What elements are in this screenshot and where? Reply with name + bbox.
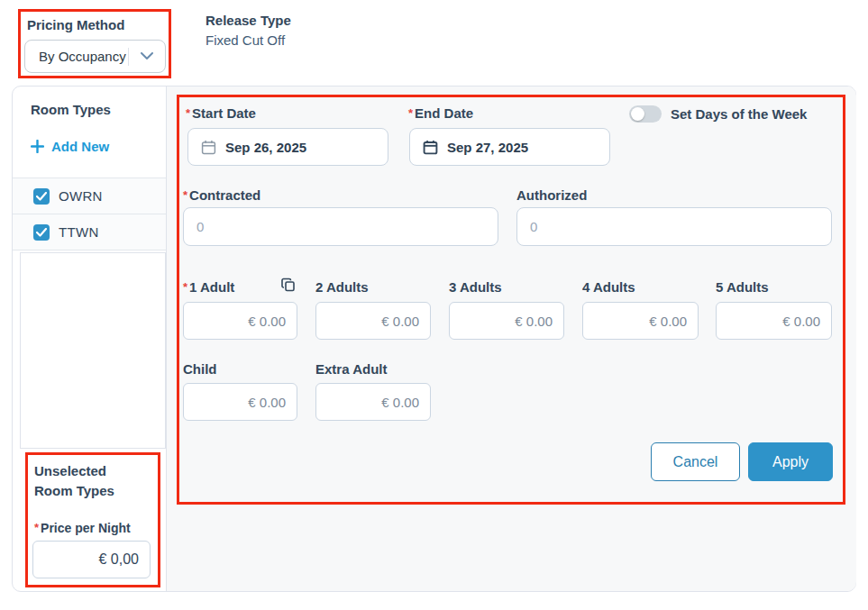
required-asterisk bbox=[183, 187, 189, 203]
plus-icon bbox=[31, 140, 44, 153]
contracted-input[interactable] bbox=[183, 207, 498, 246]
authorized-input[interactable] bbox=[516, 207, 832, 246]
room-types-sidebar: Room Types Add New OWRN TTWN Unselected … bbox=[13, 86, 166, 591]
authorized-label: Authorized bbox=[516, 187, 587, 203]
add-new-room-type-button[interactable]: Add New bbox=[31, 139, 109, 154]
apply-button[interactable]: Apply bbox=[748, 442, 833, 481]
adults-5-price-input[interactable] bbox=[716, 302, 832, 340]
adults-4-label: 4 Adults bbox=[582, 279, 635, 295]
adults-2-label: 2 Adults bbox=[315, 279, 369, 295]
checkbox-checked-icon[interactable] bbox=[33, 188, 50, 205]
unselected-room-types-section: Unselected Room Types Price per Night bbox=[26, 453, 161, 588]
adults-3-price-input[interactable] bbox=[449, 302, 564, 340]
release-type-block: Release Type Fixed Cut Off bbox=[206, 13, 291, 48]
pricing-method-selected-value: By Occupancy bbox=[25, 49, 128, 64]
pricing-method-label: Pricing Method bbox=[27, 17, 124, 33]
room-type-list-empty-area bbox=[20, 252, 166, 449]
child-price-input[interactable] bbox=[183, 383, 297, 421]
add-new-label: Add New bbox=[51, 139, 109, 154]
room-type-row-owrn[interactable]: OWRN bbox=[13, 178, 166, 214]
copy-icon[interactable] bbox=[280, 277, 297, 293]
required-asterisk bbox=[34, 521, 41, 535]
extra-adult-label: Extra Adult bbox=[315, 361, 387, 377]
price-per-night-label: Price per Night bbox=[34, 521, 131, 535]
adults-5-label: 5 Adults bbox=[716, 279, 769, 295]
contracted-label: Contracted bbox=[183, 187, 260, 203]
required-asterisk bbox=[408, 105, 415, 121]
start-date-label: Start Date bbox=[186, 105, 256, 121]
end-date-value: Sep 27, 2025 bbox=[447, 140, 528, 155]
start-date-value: Sep 26, 2025 bbox=[225, 140, 306, 155]
set-days-label: Set Days of the Week bbox=[671, 106, 807, 122]
toggle-knob bbox=[631, 107, 644, 121]
adult-1-label: 1 Adult bbox=[183, 279, 234, 295]
cancel-button[interactable]: Cancel bbox=[651, 442, 740, 481]
pricing-card: Room Types Add New OWRN TTWN Unselected … bbox=[12, 86, 856, 592]
adult-1-price-input[interactable] bbox=[183, 302, 297, 340]
room-type-row-ttwn[interactable]: TTWN bbox=[13, 214, 166, 250]
calendar-icon bbox=[423, 140, 438, 155]
checkbox-checked-icon[interactable] bbox=[33, 224, 50, 241]
set-days-toggle[interactable] bbox=[629, 105, 662, 123]
room-types-title: Room Types bbox=[31, 102, 111, 117]
unselected-room-types-title: Unselected Room Types bbox=[34, 461, 148, 501]
room-type-label: OWRN bbox=[59, 188, 103, 204]
pricing-method-select[interactable]: By Occupancy bbox=[24, 40, 166, 73]
adults-3-label: 3 Adults bbox=[449, 279, 502, 295]
end-date-input[interactable]: Sep 27, 2025 bbox=[409, 128, 610, 166]
adults-2-price-input[interactable] bbox=[315, 302, 431, 340]
price-per-night-input[interactable] bbox=[32, 541, 151, 578]
calendar-icon bbox=[201, 140, 216, 155]
chevron-down-icon bbox=[129, 52, 165, 60]
extra-adult-price-input[interactable] bbox=[315, 383, 431, 421]
room-type-label: TTWN bbox=[59, 224, 99, 240]
end-date-label: End Date bbox=[408, 105, 473, 121]
child-label: Child bbox=[183, 361, 217, 377]
required-asterisk bbox=[186, 105, 192, 121]
start-date-input[interactable]: Sep 26, 2025 bbox=[187, 128, 388, 166]
release-type-value: Fixed Cut Off bbox=[206, 32, 291, 48]
adults-4-price-input[interactable] bbox=[582, 302, 699, 340]
release-type-label: Release Type bbox=[206, 13, 291, 28]
required-asterisk bbox=[183, 279, 189, 295]
pricing-form-panel: Start Date Sep 26, 2025 End Date Sep 27,… bbox=[178, 96, 846, 505]
